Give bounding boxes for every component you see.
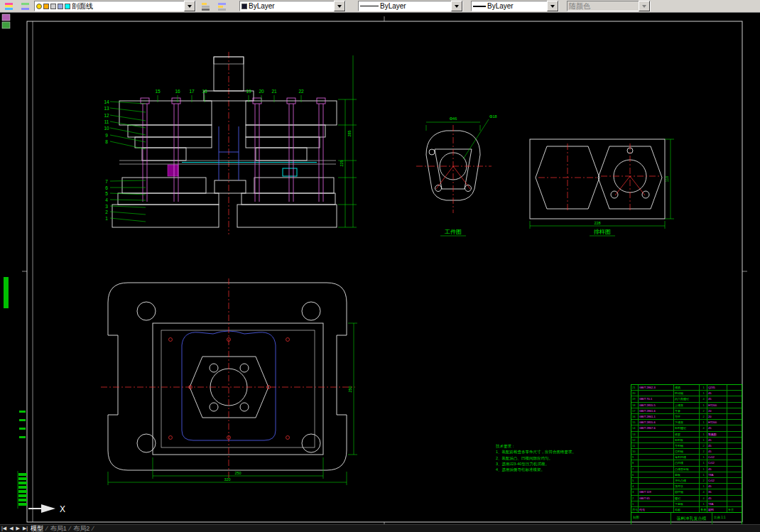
technical-notes[interactable]: 技术要求： 1、装配前检查各零件尺寸，应符合图纸要求。2、装配后凸、凹模间隙应均… [496,443,602,472]
workpiece-dim-hole: Φ18 [489,114,497,119]
parts-list-row: 6 垫板 1 T8A [631,472,742,477]
part-standard-cell: GB/T 2855.6 [638,420,673,425]
part-material-cell: HT200 [707,403,727,408]
model-space-canvas[interactable]: 225 285 14 13 12 11 [0,13,760,524]
part-qty-cell: 4 [699,425,707,430]
workpiece-view[interactable]: Φ46 Φ18 工件图 [416,114,497,236]
part-number-cell: 3 [631,489,638,494]
layer-combo-arrow[interactable] [184,1,195,11]
part-material-cell: 45 [707,449,727,454]
chevron-down-icon [642,5,646,8]
color-combo-arrow[interactable] [334,1,345,11]
layer-thaw-icon[interactable] [43,4,49,9]
part-qty-cell: 1 [699,484,707,489]
part-note-cell [727,460,742,465]
layer-combo-value: 剖面线 [72,1,183,11]
layer-previous-button[interactable] [215,0,229,12]
part-qty-cell: 1 [699,438,707,443]
part-standard-cell: GB/T 2861.6 [638,408,673,413]
part-name-cell: 顶件块 [673,484,699,489]
layer-previous-icon [218,3,226,10]
part-name-cell: 垫板 [673,472,699,477]
layer-states-button[interactable] [18,0,32,12]
part-note-cell [727,403,742,408]
part-material-cell: 聚氨酯 [707,432,727,437]
part-name-cell: 凸凹模 [673,460,699,465]
part-standard-cell: GB/T 65 [638,496,673,501]
strip-layout-view[interactable]: 110 228 排样图 [530,139,674,236]
plan-dim-right: 250 [348,386,352,392]
part-number-cell: 7 [631,467,638,472]
svg-text:5: 5 [105,191,108,196]
strip-view-label: 排样图 [594,229,611,235]
tab-model[interactable]: 模型 [31,525,43,532]
layer-manager-button[interactable] [1,0,16,12]
lineweight-combo-arrow[interactable] [547,1,558,11]
lineweight-combo[interactable]: ByLayer [471,1,559,11]
part-qty-cell: 2 [699,443,707,448]
part-number-cell: 2 [631,496,638,501]
part-material-cell: 45 [707,496,727,501]
part-note-cell [727,438,742,443]
color-combo-value: ByLayer [249,2,332,10]
part-standard-cell [638,391,673,396]
make-object-layer-current-button[interactable] [198,0,212,12]
part-qty-cell: 1 [699,385,707,390]
svg-text:15: 15 [155,89,161,94]
layer-plot-icon[interactable] [58,4,63,9]
part-name-cell: 凸模固定板 [673,467,699,472]
color-combo[interactable]: ByLayer [239,1,346,11]
lineweight-combo-value: ByLayer [487,2,545,10]
parts-list-row: 10 挡料销 2 45 [631,448,742,454]
svg-text:4: 4 [105,197,108,202]
parts-list-row: 7 凸模固定板 1 45 [631,466,742,472]
part-number-cell: 17 [631,408,638,413]
part-name-cell: 下垫板 [673,501,699,506]
svg-text:11: 11 [104,119,109,124]
tab-layout1[interactable]: 布局1 [50,525,67,532]
part-name-cell: 导套 [673,408,699,413]
linetype-combo[interactable]: ByLayer [358,1,463,11]
part-note-cell [727,425,742,430]
part-name-cell: 卸料板 [673,438,699,443]
next-tab-arrow[interactable]: ▶ [16,525,20,532]
plotstyle-combo-value: 随颜色 [569,1,637,11]
linetype-combo-arrow[interactable] [451,1,462,11]
plan-view[interactable]: 250 320 250 [101,278,357,485]
last-tab-arrow[interactable]: ▶| [23,525,28,532]
parts-list-row: 序号 代号 名称 数量 材料 备注 [631,506,742,512]
part-number-cell: 19 [631,396,638,401]
svg-text:10: 10 [104,126,109,131]
part-number-cell: 1 [631,501,638,506]
layer-on-icon[interactable] [36,4,42,9]
ucs-icon: X [28,504,65,514]
layer-lock-icon[interactable] [50,4,56,9]
part-standard-cell [638,455,673,460]
left-margin-marks[interactable] [4,277,27,509]
svg-text:12: 12 [104,113,109,118]
technical-note-line: 2、装配后凸、凹模间隙应均匀。 [496,455,602,461]
part-note-cell [727,484,742,489]
part-number-cell: 13 [631,432,638,437]
part-material-cell: 45 [707,467,727,472]
part-qty-cell: 1 [699,403,707,408]
part-qty-cell: 1 [699,391,707,396]
part-qty-cell: 1 [699,432,707,437]
docked-mini-icons[interactable] [2,14,10,28]
part-note-cell [727,449,742,454]
part-standard-cell [638,484,673,489]
parts-list-table[interactable]: 21 GB/T 2862.3 模柄 1 Q235 20 防转销 1 45 19 … [631,384,742,513]
svg-text:22: 22 [298,89,304,94]
tab-layout2[interactable]: 布局2 [73,525,89,532]
svg-text:14: 14 [104,99,109,104]
parts-list-row: 9 落料凹模 1 Cr12 [631,454,742,460]
prev-tab-arrow[interactable]: ◀ [9,525,13,532]
part-standard-cell [638,438,673,443]
parts-list-row: 2 GB/T 65 螺钉 4 45 [631,495,742,501]
first-tab-arrow[interactable]: |◀ [1,525,6,532]
chevron-down-icon [337,5,342,8]
section-view[interactable]: 225 285 14 13 12 11 [104,52,357,234]
part-note-cell [727,455,742,460]
workpiece-view-label: 工件图 [445,229,462,235]
layer-combo[interactable]: 剖面线 [34,1,196,11]
